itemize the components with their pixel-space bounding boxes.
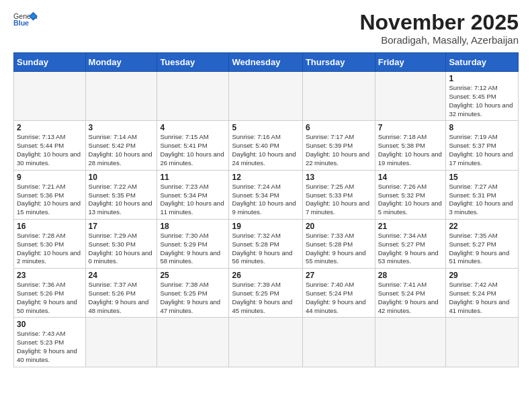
day-18: 18 Sunrise: 7:30 AMSunset: 5:29 PMDaylig… [157,219,229,268]
day-4: 4 Sunrise: 7:15 AMSunset: 5:41 PMDayligh… [157,121,229,170]
header-sunday: Sunday [14,53,86,72]
day-27: 27 Sunrise: 7:40 AMSunset: 5:24 PMDaylig… [302,269,375,318]
day-1: 1 Sunrise: 7:12 AMSunset: 5:45 PMDayligh… [446,72,519,121]
header-saturday: Saturday [446,53,519,72]
svg-text:Blue: Blue [13,19,29,27]
day-28: 28 Sunrise: 7:41 AMSunset: 5:24 PMDaylig… [375,269,446,318]
day-11: 11 Sunrise: 7:23 AMSunset: 5:34 PMDaylig… [157,170,229,219]
day-6: 6 Sunrise: 7:17 AMSunset: 5:39 PMDayligh… [302,121,375,170]
calendar-row-1: 1 Sunrise: 7:12 AMSunset: 5:45 PMDayligh… [14,72,519,121]
calendar-table: Sunday Monday Tuesday Wednesday Thursday… [13,52,519,367]
day-empty [85,318,157,367]
page: General Blue November 2025 Boradigah, Ma… [0,0,532,411]
calendar-row-2: 2 Sunrise: 7:13 AMSunset: 5:44 PMDayligh… [14,121,519,170]
header-thursday: Thursday [302,53,375,72]
day-17: 17 Sunrise: 7:29 AMSunset: 5:30 PMDaylig… [85,219,157,268]
location: Boradigah, Masally, Azerbaijan [359,34,519,46]
weekday-header-row: Sunday Monday Tuesday Wednesday Thursday… [14,53,519,72]
day-empty [375,72,446,121]
day-empty [302,318,375,367]
day-30: 30 Sunrise: 7:43 AMSunset: 5:23 PMDaylig… [14,318,86,367]
day-5: 5 Sunrise: 7:16 AMSunset: 5:40 PMDayligh… [229,121,302,170]
header-wednesday: Wednesday [229,53,302,72]
calendar-row-6: 30 Sunrise: 7:43 AMSunset: 5:23 PMDaylig… [14,318,519,367]
day-23: 23 Sunrise: 7:36 AMSunset: 5:26 PMDaylig… [14,269,86,318]
day-12: 12 Sunrise: 7:24 AMSunset: 5:34 PMDaylig… [229,170,302,219]
day-3: 3 Sunrise: 7:14 AMSunset: 5:42 PMDayligh… [85,121,157,170]
header-monday: Monday [85,53,157,72]
day-empty [302,72,375,121]
header-tuesday: Tuesday [157,53,229,72]
day-25: 25 Sunrise: 7:38 AMSunset: 5:25 PMDaylig… [157,269,229,318]
day-2: 2 Sunrise: 7:13 AMSunset: 5:44 PMDayligh… [14,121,86,170]
day-22: 22 Sunrise: 7:35 AMSunset: 5:27 PMDaylig… [446,219,519,268]
header: General Blue November 2025 Boradigah, Ma… [13,11,519,46]
day-19: 19 Sunrise: 7:32 AMSunset: 5:28 PMDaylig… [229,219,302,268]
day-empty [157,72,229,121]
day-7: 7 Sunrise: 7:18 AMSunset: 5:38 PMDayligh… [375,121,446,170]
day-empty [14,72,86,121]
day-empty [229,72,302,121]
day-empty [85,72,157,121]
calendar-row-5: 23 Sunrise: 7:36 AMSunset: 5:26 PMDaylig… [14,269,519,318]
generalblue-icon: General Blue [13,11,38,30]
title-block: November 2025 Boradigah, Masally, Azerba… [359,11,519,46]
calendar-row-3: 9 Sunrise: 7:21 AMSunset: 5:36 PMDayligh… [14,170,519,219]
day-15: 15 Sunrise: 7:27 AMSunset: 5:31 PMDaylig… [446,170,519,219]
day-10: 10 Sunrise: 7:22 AMSunset: 5:35 PMDaylig… [85,170,157,219]
day-26: 26 Sunrise: 7:39 AMSunset: 5:25 PMDaylig… [229,269,302,318]
day-14: 14 Sunrise: 7:26 AMSunset: 5:32 PMDaylig… [375,170,446,219]
day-empty [157,318,229,367]
day-empty [375,318,446,367]
day-8: 8 Sunrise: 7:19 AMSunset: 5:37 PMDayligh… [446,121,519,170]
logo: General Blue [13,11,38,30]
day-21: 21 Sunrise: 7:34 AMSunset: 5:27 PMDaylig… [375,219,446,268]
day-24: 24 Sunrise: 7:37 AMSunset: 5:26 PMDaylig… [85,269,157,318]
day-13: 13 Sunrise: 7:25 AMSunset: 5:33 PMDaylig… [302,170,375,219]
day-29: 29 Sunrise: 7:42 AMSunset: 5:24 PMDaylig… [446,269,519,318]
day-9: 9 Sunrise: 7:21 AMSunset: 5:36 PMDayligh… [14,170,86,219]
day-16: 16 Sunrise: 7:28 AMSunset: 5:30 PMDaylig… [14,219,86,268]
day-empty [229,318,302,367]
day-empty [446,318,519,367]
day-20: 20 Sunrise: 7:33 AMSunset: 5:28 PMDaylig… [302,219,375,268]
header-friday: Friday [375,53,446,72]
month-title: November 2025 [359,11,519,34]
calendar-row-4: 16 Sunrise: 7:28 AMSunset: 5:30 PMDaylig… [14,219,519,268]
